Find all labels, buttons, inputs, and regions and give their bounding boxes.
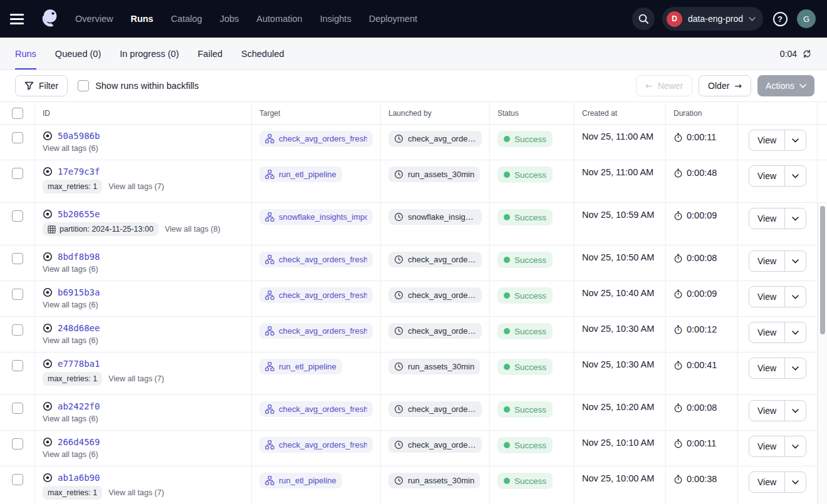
tag-pill[interactable]: partition: 2024-11-25-13:00 [43, 222, 159, 236]
row-checkbox[interactable] [12, 474, 23, 485]
view-all-tags-link[interactable]: View all tags (6) [43, 450, 98, 459]
backfills-checkbox[interactable] [78, 80, 89, 91]
help-icon[interactable]: ? [771, 9, 789, 28]
view-dropdown-button[interactable] [784, 166, 806, 186]
target-pill[interactable]: check_avg_orders_freshne [259, 401, 373, 417]
view-all-tags-link[interactable]: View all tags (6) [43, 144, 98, 153]
target-pill[interactable]: check_avg_orders_freshne [259, 437, 373, 453]
run-id-link[interactable]: ab2422f0 [58, 401, 100, 411]
view-dropdown-button[interactable] [784, 287, 806, 307]
nav-item-runs[interactable]: Runs [130, 14, 153, 24]
run-id-link[interactable]: b6915b3a [58, 287, 100, 297]
tab-failed[interactable]: Failed [198, 38, 223, 69]
launched-by-pill[interactable]: check_avg_orders_f… [388, 252, 482, 267]
run-id-link[interactable]: 8bdf8b98 [58, 252, 100, 262]
select-all-checkbox[interactable] [12, 108, 23, 119]
view-button[interactable]: View [749, 401, 784, 421]
nav-item-overview[interactable]: Overview [75, 14, 113, 24]
target-pill[interactable]: check_avg_orders_freshne [259, 323, 373, 339]
target-pill[interactable]: check_avg_orders_freshne [259, 287, 373, 303]
tab-runs[interactable]: Runs [15, 38, 36, 69]
run-id-link[interactable]: ab1a6b90 [58, 473, 100, 483]
view-all-tags-link[interactable]: View all tags (6) [43, 336, 98, 345]
view-button[interactable]: View [749, 358, 784, 378]
user-avatar[interactable]: G [797, 9, 816, 28]
tag-pill[interactable]: max_retries: 1 [43, 180, 102, 193]
view-button[interactable]: View [749, 287, 784, 307]
scrollbar-track[interactable] [818, 203, 827, 504]
launched-by-pill[interactable]: check_avg_orders_f… [388, 287, 482, 303]
run-id-link[interactable]: 50a5986b [58, 131, 100, 141]
view-button[interactable]: View [749, 472, 784, 492]
run-id-link[interactable]: 248d68ee [58, 323, 100, 333]
search-icon[interactable] [632, 8, 655, 30]
view-button[interactable]: View [749, 166, 784, 186]
view-all-tags-link[interactable]: View all tags (7) [108, 182, 164, 191]
view-dropdown-button[interactable] [784, 322, 806, 342]
row-checkbox[interactable] [12, 360, 23, 371]
row-checkbox[interactable] [12, 324, 23, 336]
launched-by-pill[interactable]: run_assets_30min [388, 359, 480, 374]
view-button[interactable]: View [749, 251, 784, 271]
view-dropdown-button[interactable] [784, 401, 806, 421]
view-dropdown-button[interactable] [784, 208, 806, 229]
view-dropdown-button[interactable] [784, 130, 806, 150]
tag-pill[interactable]: max_retries: 1 [43, 372, 102, 386]
view-all-tags-link[interactable]: View all tags (6) [43, 414, 98, 423]
run-id-link[interactable]: 17e79c3f [58, 167, 100, 177]
filter-button[interactable]: Filter [15, 75, 68, 96]
view-all-tags-link[interactable]: View all tags (6) [43, 265, 98, 274]
row-checkbox[interactable] [12, 253, 23, 264]
view-button[interactable]: View [749, 130, 784, 150]
launched-by-pill[interactable]: check_avg_orders_f… [388, 437, 482, 453]
row-checkbox[interactable] [12, 403, 23, 414]
run-id-link[interactable]: e7778ba1 [58, 359, 100, 369]
nav-item-catalog[interactable]: Catalog [171, 14, 202, 24]
dagster-logo-icon[interactable] [38, 8, 60, 30]
view-dropdown-button[interactable] [784, 436, 806, 456]
nav-item-automation[interactable]: Automation [256, 14, 302, 24]
launched-by-pill[interactable]: run_assets_30min [388, 167, 480, 182]
launched-by-pill[interactable]: check_avg_orders_f… [388, 401, 482, 417]
view-all-tags-link[interactable]: View all tags (7) [108, 374, 164, 383]
newer-button[interactable]: ← Newer [636, 75, 692, 96]
menu-icon[interactable] [10, 9, 29, 28]
launched-by-pill[interactable]: check_avg_orders_f… [388, 131, 482, 147]
view-button[interactable]: View [749, 436, 784, 456]
view-all-tags-link[interactable]: View all tags (8) [165, 225, 221, 234]
run-id-link[interactable]: 5b20655e [58, 209, 100, 219]
tab-queued-0-[interactable]: Queued (0) [55, 38, 101, 69]
row-checkbox[interactable] [12, 289, 23, 300]
view-all-tags-link[interactable]: View all tags (7) [108, 488, 164, 497]
scrollbar-thumb[interactable] [820, 206, 825, 334]
view-all-tags-link[interactable]: View all tags (6) [43, 301, 98, 309]
launched-by-pill[interactable]: snowflake_insights_… [388, 209, 482, 225]
view-button[interactable]: View [749, 322, 784, 342]
row-checkbox[interactable] [12, 168, 23, 179]
row-checkbox[interactable] [12, 438, 23, 450]
target-pill[interactable]: run_etl_pipeline [259, 473, 342, 488]
view-dropdown-button[interactable] [784, 358, 806, 378]
launched-by-pill[interactable]: check_avg_orders_f… [388, 323, 482, 339]
target-pill[interactable]: run_etl_pipeline [259, 167, 342, 182]
launched-by-pill[interactable]: run_assets_30min [388, 473, 480, 488]
nav-item-jobs[interactable]: Jobs [220, 14, 239, 24]
tab-in-progress-0-[interactable]: In progress (0) [120, 38, 179, 69]
target-pill[interactable]: check_avg_orders_freshne [259, 131, 373, 147]
row-checkbox[interactable] [12, 132, 23, 143]
view-dropdown-button[interactable] [784, 472, 806, 492]
nav-item-deployment[interactable]: Deployment [369, 14, 417, 24]
target-pill[interactable]: snowflake_insights_import [259, 209, 373, 225]
target-pill[interactable]: check_avg_orders_freshne [259, 252, 373, 267]
view-dropdown-button[interactable] [784, 251, 806, 271]
older-button[interactable]: Older → [699, 75, 751, 96]
refresh-icon[interactable] [802, 49, 812, 59]
tag-pill[interactable]: max_retries: 1 [43, 486, 102, 500]
row-checkbox[interactable] [12, 210, 23, 222]
actions-button[interactable]: Actions [757, 75, 814, 96]
tab-scheduled[interactable]: Scheduled [241, 38, 284, 69]
run-id-link[interactable]: 266d4569 [58, 437, 100, 447]
target-pill[interactable]: run_etl_pipeline [259, 359, 342, 374]
view-button[interactable]: View [749, 208, 784, 229]
nav-item-insights[interactable]: Insights [320, 14, 351, 24]
